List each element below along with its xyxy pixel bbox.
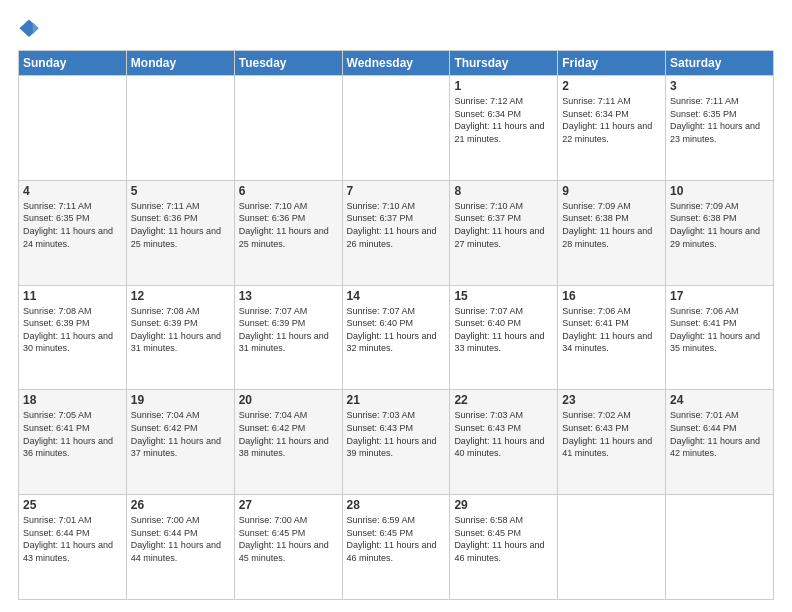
day-info: Sunrise: 6:58 AM Sunset: 6:45 PM Dayligh… — [454, 514, 553, 564]
day-info: Sunrise: 7:07 AM Sunset: 6:39 PM Dayligh… — [239, 305, 338, 355]
calendar-cell — [126, 76, 234, 181]
day-info: Sunrise: 7:10 AM Sunset: 6:37 PM Dayligh… — [454, 200, 553, 250]
week-row-3: 18Sunrise: 7:05 AM Sunset: 6:41 PM Dayli… — [19, 390, 774, 495]
calendar-cell: 19Sunrise: 7:04 AM Sunset: 6:42 PM Dayli… — [126, 390, 234, 495]
calendar-cell: 15Sunrise: 7:07 AM Sunset: 6:40 PM Dayli… — [450, 285, 558, 390]
day-number: 13 — [239, 289, 338, 303]
day-header-saturday: Saturday — [666, 51, 774, 76]
day-info: Sunrise: 7:02 AM Sunset: 6:43 PM Dayligh… — [562, 409, 661, 459]
calendar-cell: 7Sunrise: 7:10 AM Sunset: 6:37 PM Daylig… — [342, 180, 450, 285]
day-number: 4 — [23, 184, 122, 198]
day-number: 2 — [562, 79, 661, 93]
week-row-2: 11Sunrise: 7:08 AM Sunset: 6:39 PM Dayli… — [19, 285, 774, 390]
day-number: 22 — [454, 393, 553, 407]
day-header-wednesday: Wednesday — [342, 51, 450, 76]
day-info: Sunrise: 7:00 AM Sunset: 6:44 PM Dayligh… — [131, 514, 230, 564]
day-info: Sunrise: 7:01 AM Sunset: 6:44 PM Dayligh… — [23, 514, 122, 564]
svg-marker-1 — [33, 22, 39, 34]
calendar-cell: 10Sunrise: 7:09 AM Sunset: 6:38 PM Dayli… — [666, 180, 774, 285]
calendar-cell: 16Sunrise: 7:06 AM Sunset: 6:41 PM Dayli… — [558, 285, 666, 390]
calendar-cell: 5Sunrise: 7:11 AM Sunset: 6:36 PM Daylig… — [126, 180, 234, 285]
calendar-cell: 6Sunrise: 7:10 AM Sunset: 6:36 PM Daylig… — [234, 180, 342, 285]
week-row-4: 25Sunrise: 7:01 AM Sunset: 6:44 PM Dayli… — [19, 495, 774, 600]
day-number: 20 — [239, 393, 338, 407]
calendar-cell: 18Sunrise: 7:05 AM Sunset: 6:41 PM Dayli… — [19, 390, 127, 495]
day-number: 1 — [454, 79, 553, 93]
calendar-table: SundayMondayTuesdayWednesdayThursdayFrid… — [18, 50, 774, 600]
page: SundayMondayTuesdayWednesdayThursdayFrid… — [0, 0, 792, 612]
day-number: 23 — [562, 393, 661, 407]
day-info: Sunrise: 7:11 AM Sunset: 6:36 PM Dayligh… — [131, 200, 230, 250]
day-info: Sunrise: 7:04 AM Sunset: 6:42 PM Dayligh… — [131, 409, 230, 459]
day-number: 17 — [670, 289, 769, 303]
calendar-cell — [234, 76, 342, 181]
day-info: Sunrise: 7:06 AM Sunset: 6:41 PM Dayligh… — [562, 305, 661, 355]
day-number: 18 — [23, 393, 122, 407]
calendar-cell: 3Sunrise: 7:11 AM Sunset: 6:35 PM Daylig… — [666, 76, 774, 181]
calendar-body: 1Sunrise: 7:12 AM Sunset: 6:34 PM Daylig… — [19, 76, 774, 600]
day-info: Sunrise: 7:07 AM Sunset: 6:40 PM Dayligh… — [347, 305, 446, 355]
calendar-cell: 14Sunrise: 7:07 AM Sunset: 6:40 PM Dayli… — [342, 285, 450, 390]
day-number: 28 — [347, 498, 446, 512]
logo — [18, 18, 44, 40]
day-number: 26 — [131, 498, 230, 512]
calendar-cell: 9Sunrise: 7:09 AM Sunset: 6:38 PM Daylig… — [558, 180, 666, 285]
day-info: Sunrise: 7:03 AM Sunset: 6:43 PM Dayligh… — [347, 409, 446, 459]
day-header-tuesday: Tuesday — [234, 51, 342, 76]
calendar-cell: 22Sunrise: 7:03 AM Sunset: 6:43 PM Dayli… — [450, 390, 558, 495]
day-info: Sunrise: 7:00 AM Sunset: 6:45 PM Dayligh… — [239, 514, 338, 564]
calendar-cell: 23Sunrise: 7:02 AM Sunset: 6:43 PM Dayli… — [558, 390, 666, 495]
day-number: 24 — [670, 393, 769, 407]
week-row-0: 1Sunrise: 7:12 AM Sunset: 6:34 PM Daylig… — [19, 76, 774, 181]
logo-icon — [18, 18, 40, 40]
day-number: 3 — [670, 79, 769, 93]
day-info: Sunrise: 6:59 AM Sunset: 6:45 PM Dayligh… — [347, 514, 446, 564]
day-info: Sunrise: 7:12 AM Sunset: 6:34 PM Dayligh… — [454, 95, 553, 145]
calendar-cell — [19, 76, 127, 181]
calendar-cell — [558, 495, 666, 600]
day-info: Sunrise: 7:11 AM Sunset: 6:35 PM Dayligh… — [23, 200, 122, 250]
day-header-thursday: Thursday — [450, 51, 558, 76]
day-info: Sunrise: 7:10 AM Sunset: 6:36 PM Dayligh… — [239, 200, 338, 250]
day-info: Sunrise: 7:08 AM Sunset: 6:39 PM Dayligh… — [131, 305, 230, 355]
calendar-cell: 29Sunrise: 6:58 AM Sunset: 6:45 PM Dayli… — [450, 495, 558, 600]
day-header-monday: Monday — [126, 51, 234, 76]
calendar-cell: 1Sunrise: 7:12 AM Sunset: 6:34 PM Daylig… — [450, 76, 558, 181]
header-row: SundayMondayTuesdayWednesdayThursdayFrid… — [19, 51, 774, 76]
calendar-cell: 11Sunrise: 7:08 AM Sunset: 6:39 PM Dayli… — [19, 285, 127, 390]
calendar-cell: 24Sunrise: 7:01 AM Sunset: 6:44 PM Dayli… — [666, 390, 774, 495]
day-header-sunday: Sunday — [19, 51, 127, 76]
day-info: Sunrise: 7:06 AM Sunset: 6:41 PM Dayligh… — [670, 305, 769, 355]
day-number: 11 — [23, 289, 122, 303]
day-info: Sunrise: 7:09 AM Sunset: 6:38 PM Dayligh… — [670, 200, 769, 250]
day-number: 10 — [670, 184, 769, 198]
day-info: Sunrise: 7:04 AM Sunset: 6:42 PM Dayligh… — [239, 409, 338, 459]
day-info: Sunrise: 7:09 AM Sunset: 6:38 PM Dayligh… — [562, 200, 661, 250]
day-number: 7 — [347, 184, 446, 198]
day-info: Sunrise: 7:05 AM Sunset: 6:41 PM Dayligh… — [23, 409, 122, 459]
calendar-cell — [342, 76, 450, 181]
day-number: 8 — [454, 184, 553, 198]
day-number: 12 — [131, 289, 230, 303]
day-number: 16 — [562, 289, 661, 303]
day-info: Sunrise: 7:01 AM Sunset: 6:44 PM Dayligh… — [670, 409, 769, 459]
day-info: Sunrise: 7:11 AM Sunset: 6:35 PM Dayligh… — [670, 95, 769, 145]
day-number: 6 — [239, 184, 338, 198]
calendar-cell: 20Sunrise: 7:04 AM Sunset: 6:42 PM Dayli… — [234, 390, 342, 495]
calendar-cell: 12Sunrise: 7:08 AM Sunset: 6:39 PM Dayli… — [126, 285, 234, 390]
day-number: 21 — [347, 393, 446, 407]
calendar-cell: 2Sunrise: 7:11 AM Sunset: 6:34 PM Daylig… — [558, 76, 666, 181]
calendar-cell: 28Sunrise: 6:59 AM Sunset: 6:45 PM Dayli… — [342, 495, 450, 600]
calendar-cell: 4Sunrise: 7:11 AM Sunset: 6:35 PM Daylig… — [19, 180, 127, 285]
calendar-cell — [666, 495, 774, 600]
day-info: Sunrise: 7:07 AM Sunset: 6:40 PM Dayligh… — [454, 305, 553, 355]
calendar-cell: 26Sunrise: 7:00 AM Sunset: 6:44 PM Dayli… — [126, 495, 234, 600]
calendar-cell: 27Sunrise: 7:00 AM Sunset: 6:45 PM Dayli… — [234, 495, 342, 600]
day-info: Sunrise: 7:03 AM Sunset: 6:43 PM Dayligh… — [454, 409, 553, 459]
calendar-cell: 8Sunrise: 7:10 AM Sunset: 6:37 PM Daylig… — [450, 180, 558, 285]
day-number: 15 — [454, 289, 553, 303]
calendar-header: SundayMondayTuesdayWednesdayThursdayFrid… — [19, 51, 774, 76]
day-number: 14 — [347, 289, 446, 303]
day-info: Sunrise: 7:08 AM Sunset: 6:39 PM Dayligh… — [23, 305, 122, 355]
day-number: 9 — [562, 184, 661, 198]
